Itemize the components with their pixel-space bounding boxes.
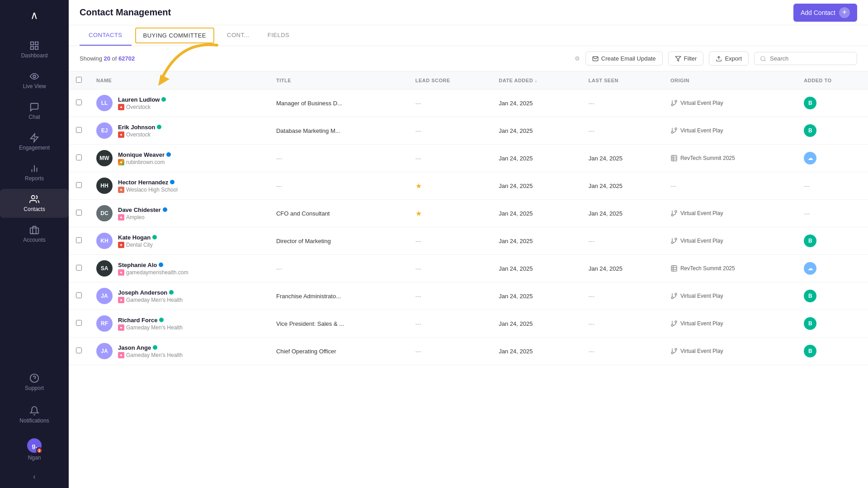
- row-last-seen-cell: ---: [581, 227, 663, 255]
- row-checkbox[interactable]: [76, 127, 82, 133]
- contact-name[interactable]: Richard Force: [118, 317, 183, 324]
- row-origin-cell: Virtual Event Play: [663, 310, 797, 338]
- row-checkbox[interactable]: [76, 210, 82, 216]
- select-all-checkbox[interactable]: [76, 77, 82, 83]
- contact-name[interactable]: Dave Chidester: [118, 206, 167, 213]
- row-checkbox[interactable]: [76, 292, 82, 298]
- notification-badge: 1: [36, 447, 42, 454]
- table-row: LL Lauren Ludlow ● Overstock Manager of …: [69, 89, 868, 117]
- row-added-to-cell: ---: [797, 172, 868, 200]
- add-contact-button[interactable]: Add Contact +: [793, 4, 857, 22]
- sidebar-item-contacts[interactable]: Contacts: [0, 189, 69, 218]
- filter-button[interactable]: Filter: [668, 52, 704, 66]
- contact-name[interactable]: Erik Johnson: [118, 124, 161, 131]
- row-checkbox[interactable]: [76, 265, 82, 271]
- row-checkbox-cell[interactable]: [69, 282, 89, 310]
- row-checkbox[interactable]: [76, 182, 82, 188]
- row-checkbox-cell[interactable]: [69, 255, 89, 282]
- row-checkbox-cell[interactable]: [69, 338, 89, 365]
- added-to-badge-cloud: ☁: [804, 262, 816, 275]
- origin-cell: Virtual Event Play: [670, 99, 789, 107]
- lead-score-dash: ---: [415, 238, 421, 244]
- search-icon: [760, 56, 766, 62]
- row-checkbox-cell[interactable]: [69, 117, 89, 145]
- filter-label: Filter: [684, 55, 697, 62]
- col-origin: ORIGIN: [663, 71, 797, 89]
- select-all-header[interactable]: [69, 71, 89, 89]
- contact-name[interactable]: Monique Weaver: [118, 151, 171, 158]
- added-to-badge: B: [804, 97, 816, 109]
- contact-name[interactable]: Stephanie Alo: [118, 262, 188, 268]
- row-checkbox-cell[interactable]: [69, 200, 89, 227]
- row-lead-score-cell: ---: [408, 255, 491, 282]
- contact-name[interactable]: Kate Hogan: [118, 234, 157, 241]
- search-input[interactable]: [770, 55, 851, 62]
- origin-cell: Virtual Event Play: [670, 237, 789, 244]
- svg-point-17: [675, 100, 677, 102]
- sidebar-item-label: Engagement: [19, 145, 50, 151]
- svg-point-28: [671, 214, 673, 216]
- row-checkbox-cell[interactable]: [69, 310, 89, 338]
- row-checkbox-cell[interactable]: [69, 172, 89, 200]
- tab-cont[interactable]: CONT...: [218, 25, 259, 46]
- row-checkbox[interactable]: [76, 237, 82, 243]
- row-checkbox[interactable]: [76, 155, 82, 160]
- row-checkbox-cell[interactable]: [69, 145, 89, 172]
- svg-point-20: [675, 128, 677, 130]
- sidebar-item-chat[interactable]: Chat: [0, 97, 69, 126]
- sidebar-item-notifications[interactable]: Notifications: [0, 400, 69, 429]
- export-button[interactable]: Export: [709, 52, 749, 66]
- row-checkbox[interactable]: [76, 99, 82, 105]
- row-added-to-cell: B: [797, 227, 868, 255]
- svg-rect-9: [30, 228, 38, 234]
- row-name-cell: SA Stephanie Alo ● gamedaymenshealth.com: [89, 255, 269, 282]
- tab-buying-committee[interactable]: BUYING COMMITTEE: [135, 28, 214, 43]
- sidebar-item-engagement[interactable]: Engagement: [0, 127, 69, 156]
- branch-icon: [670, 127, 678, 134]
- row-date-added-cell: Jan 24, 2025: [491, 89, 581, 117]
- row-origin-cell: RevTech Summit 2025: [663, 255, 797, 282]
- sidebar-item-accounts[interactable]: Accounts: [0, 220, 69, 249]
- contact-name[interactable]: Joseph Anderson: [118, 289, 183, 296]
- row-lead-score-cell: ---: [408, 89, 491, 117]
- sidebar-item-dashboard[interactable]: Dashboard: [0, 35, 69, 64]
- sidebar-item-live-view[interactable]: Live View: [0, 66, 69, 95]
- row-date-added-cell: Jan 24, 2025: [491, 255, 581, 282]
- contact-name[interactable]: Hector Hernandez: [118, 179, 178, 186]
- row-checkbox-cell[interactable]: [69, 227, 89, 255]
- svg-rect-3: [35, 47, 38, 49]
- filter-small-icon[interactable]: ⚙: [575, 55, 580, 62]
- origin-cell: Virtual Event Play: [670, 347, 789, 355]
- sidebar-item-reports[interactable]: Reports: [0, 158, 69, 187]
- collapse-button[interactable]: ‹: [33, 473, 35, 481]
- status-dot: [170, 180, 175, 184]
- lead-score-dash: ---: [415, 127, 421, 134]
- added-to-badge: B: [804, 317, 816, 330]
- sidebar-item-label: Chat: [28, 114, 40, 120]
- contact-name[interactable]: Jason Ange: [118, 344, 183, 351]
- origin-cell: Virtual Event Play: [670, 320, 789, 327]
- row-checkbox-cell[interactable]: [69, 89, 89, 117]
- row-name-cell: JA Joseph Anderson ● Gameday Men's Healt…: [89, 282, 269, 310]
- svg-rect-0: [31, 42, 33, 45]
- contact-name[interactable]: Lauren Ludlow: [118, 96, 166, 103]
- tab-contacts[interactable]: CONTACTS: [80, 25, 132, 46]
- row-checkbox[interactable]: [76, 320, 82, 326]
- tab-fields[interactable]: FIELDS: [259, 25, 299, 46]
- search-box[interactable]: [754, 52, 857, 65]
- status-dot: [163, 207, 167, 212]
- contact-company: ● Overstock: [118, 131, 161, 138]
- company-logo: ●: [118, 297, 124, 303]
- create-email-button[interactable]: Create Email Update: [585, 52, 663, 66]
- row-title-cell: Chief Operating Officer: [269, 338, 408, 365]
- branch-icon: [670, 210, 678, 217]
- sidebar-item-support[interactable]: Support: [0, 368, 69, 397]
- contact-company: ● Ampleo: [118, 214, 167, 221]
- sidebar-item-user[interactable]: g. 1 Ngan: [0, 433, 69, 466]
- svg-point-27: [675, 211, 677, 212]
- row-checkbox[interactable]: [76, 347, 82, 353]
- svg-rect-32: [671, 266, 677, 271]
- contacts-table: NAME TITLE LEAD SCORE DATE ADDED ↓ LAST …: [69, 71, 868, 365]
- lead-score-dash: ---: [415, 293, 421, 300]
- svg-point-31: [671, 242, 673, 244]
